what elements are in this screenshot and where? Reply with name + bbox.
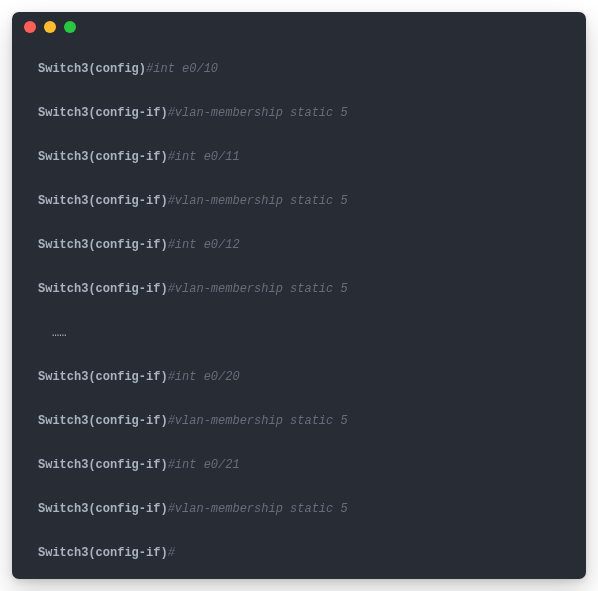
terminal-line: Switch3(config-if)#vlan-membership stati… [38,280,560,298]
minimize-icon[interactable] [44,21,56,33]
zoom-icon[interactable] [64,21,76,33]
terminal-line: Switch3(config-if)#int e0/11 [38,148,560,166]
terminal-line: Switch3(config)#int e0/10 [38,60,560,78]
terminal-body: Switch3(config)#int e0/10Switch3(config-… [12,42,586,579]
close-icon[interactable] [24,21,36,33]
terminal-line: Switch3(config-if)#vlan-membership stati… [38,500,560,518]
terminal-comment: #int e0/12 [168,238,240,252]
terminal-prompt: Switch3(config-if) [38,194,168,208]
terminal-line: Switch3(config-if)# [38,544,560,562]
terminal-window: Switch3(config)#int e0/10Switch3(config-… [12,12,586,579]
terminal-line: Switch3(config-if)#int e0/20 [38,368,560,386]
terminal-prompt: Switch3(config-if) [38,458,168,472]
terminal-prompt: Switch3(config-if) [38,414,168,428]
terminal-comment: #int e0/20 [168,370,240,384]
terminal-line: Switch3(config-if)#vlan-membership stati… [38,192,560,210]
terminal-line: Switch3(config-if)#vlan-membership stati… [38,104,560,122]
terminal-comment: #int e0/11 [168,150,240,164]
terminal-prompt: Switch3(config-if) [38,106,168,120]
terminal-comment: #vlan-membership static 5 [168,282,348,296]
terminal-comment: #int e0/10 [146,62,218,76]
terminal-comment: #vlan-membership static 5 [168,502,348,516]
terminal-line: Switch3(config-if)#int e0/12 [38,236,560,254]
terminal-comment: #vlan-membership static 5 [168,106,348,120]
terminal-prompt: Switch3(config) [38,62,146,76]
terminal-comment: #vlan-membership static 5 [168,194,348,208]
terminal-prompt: Switch3(config-if) [38,150,168,164]
terminal-line: Switch3(config-if)#vlan-membership stati… [38,412,560,430]
terminal-line: Switch3(config-if)#int e0/21 [38,456,560,474]
terminal-prompt: Switch3(config-if) [38,370,168,384]
terminal-prompt: Switch3(config-if) [38,502,168,516]
terminal-prompt: Switch3(config-if) [38,282,168,296]
terminal-comment: #int e0/21 [168,458,240,472]
terminal-comment: #vlan-membership static 5 [168,414,348,428]
window-titlebar [12,12,586,42]
terminal-prompt: Switch3(config-if) [38,238,168,252]
terminal-ellipsis: …… [38,324,560,342]
terminal-prompt: Switch3(config-if) [38,546,168,560]
terminal-comment: # [168,546,175,560]
